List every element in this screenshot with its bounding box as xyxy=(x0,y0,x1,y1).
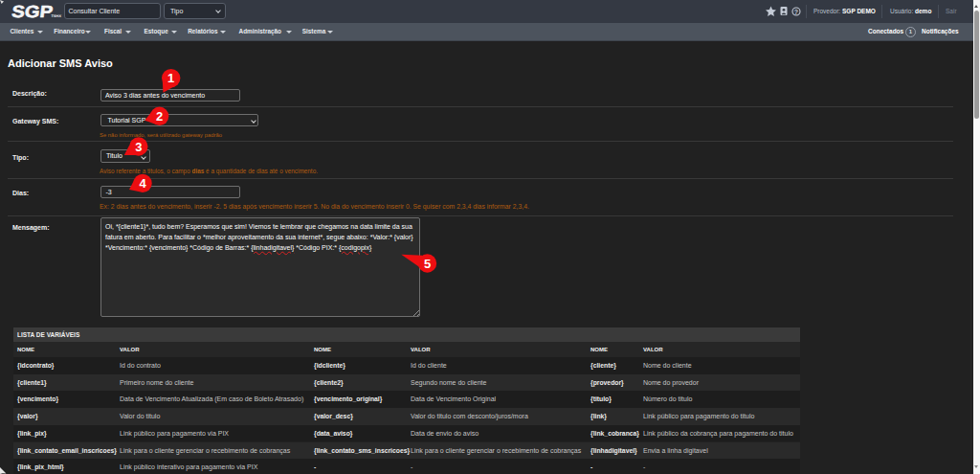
svg-text:5: 5 xyxy=(424,257,431,271)
svg-text:3: 3 xyxy=(135,140,142,154)
svg-text:2: 2 xyxy=(156,109,163,124)
svg-text:4: 4 xyxy=(139,176,146,191)
svg-text:1: 1 xyxy=(167,71,174,85)
